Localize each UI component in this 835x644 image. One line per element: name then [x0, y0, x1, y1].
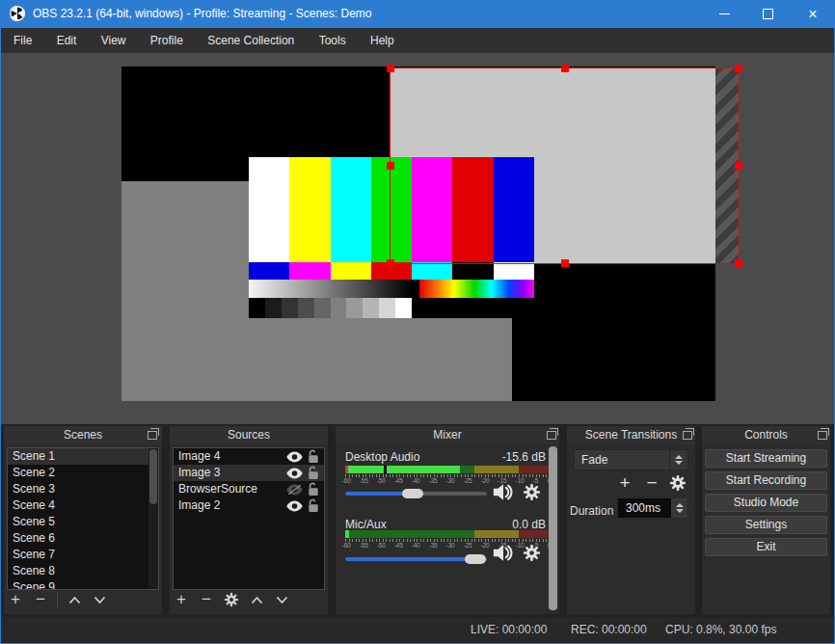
sources-panel-header[interactable]: Sources [170, 426, 328, 444]
lock-open-icon[interactable] [308, 449, 319, 464]
selection-handle-bottom-mid[interactable] [561, 259, 569, 267]
minimize-button[interactable] [703, 0, 746, 28]
start-recording-button[interactable]: Start Recording [705, 471, 827, 490]
source-down-button[interactable] [273, 596, 290, 604]
spinbox-arrows[interactable] [671, 498, 687, 518]
lock-open-icon[interactable] [308, 482, 319, 496]
visibility-eye-icon[interactable] [286, 468, 303, 479]
maximize-button[interactable] [746, 0, 790, 28]
scene-list-item[interactable]: Scene 5 [8, 514, 158, 530]
studio-mode-button[interactable]: Studio Mode [705, 494, 827, 512]
scene-list-item[interactable]: Scene 3 [8, 481, 158, 497]
selection-handle-bottom-left[interactable] [387, 259, 394, 267]
lock-open-icon[interactable] [308, 498, 319, 513]
transition-selected-value: Fade [581, 453, 607, 467]
speaker-icon[interactable] [492, 544, 515, 566]
scenes-float-icon[interactable] [148, 431, 157, 440]
scenes-panel-header[interactable]: Scenes [4, 426, 162, 444]
speaker-icon[interactable] [492, 483, 515, 505]
volume-slider[interactable] [345, 492, 487, 496]
selection-handle-top-mid[interactable] [561, 65, 569, 72]
start-streaming-button[interactable]: Start Streaming [705, 449, 827, 468]
source-properties-gear-icon[interactable] [223, 592, 240, 607]
sources-list[interactable]: Image 4 Image 3 BrowserSource [173, 447, 325, 590]
obs-logo-icon [10, 6, 25, 21]
scene-down-button[interactable] [91, 596, 108, 604]
remove-scene-button[interactable]: − [32, 590, 49, 609]
scenes-scrollbar-handle[interactable] [149, 449, 157, 504]
rec-time: REC: 00:00:00 [571, 617, 647, 644]
mixer-gear-icon[interactable] [523, 483, 541, 505]
volume-slider-handle[interactable] [465, 554, 486, 564]
selection-handle-mid-right[interactable] [735, 162, 742, 170]
visibility-eye-icon[interactable] [286, 500, 303, 512]
cpu-fps-stats: CPU: 0.8%, 30.00 fps [665, 617, 776, 644]
sources-toolbar: + − [173, 589, 290, 610]
mixer-gear-icon[interactable] [523, 544, 541, 566]
menu-item-file[interactable]: File [3, 28, 42, 53]
scenes-list[interactable]: Scene 1 Scene 2 Scene 3 Scene 4 Scene 5 … [7, 447, 159, 590]
transition-properties-gear-icon[interactable] [669, 474, 687, 492]
close-button[interactable]: × [791, 0, 835, 28]
exit-button[interactable]: Exit [705, 538, 827, 556]
visibility-eye-icon[interactable] [286, 451, 303, 463]
scenes-toolbar: + − [7, 589, 108, 610]
menu-item-view[interactable]: View [91, 28, 137, 53]
controls-panel-header[interactable]: Controls [702, 426, 830, 444]
scene-transitions-panel: Scene Transitions Fade + − Duration 300m… [567, 426, 695, 614]
scene-list-item[interactable]: Scene 6 [8, 530, 158, 547]
selection-box[interactable] [390, 67, 740, 264]
window-border-left [0, 0, 1, 644]
close-icon: × [808, 7, 817, 22]
remove-source-button[interactable]: − [198, 590, 215, 609]
add-transition-button[interactable]: + [615, 472, 634, 494]
source-list-item[interactable]: BrowserSource [174, 481, 324, 497]
mixer-scrollbar-handle[interactable] [549, 446, 557, 610]
menu-item-scene-collection[interactable]: Scene Collection [197, 28, 305, 53]
scene-list-item[interactable]: Scene 1 [8, 448, 158, 465]
duration-spinbox[interactable]: 300ms [617, 497, 688, 519]
selection-handle-mid-left[interactable] [387, 162, 394, 170]
mixer-scrollbar[interactable] [549, 446, 557, 610]
controls-float-icon[interactable] [818, 431, 827, 440]
menu-item-help[interactable]: Help [360, 28, 405, 53]
scene-up-button[interactable] [66, 596, 83, 604]
sources-panel: Sources Image 4 Image 3 BrowserSource [170, 426, 328, 614]
visibility-eye-hidden-icon[interactable] [286, 484, 303, 496]
settings-button[interactable]: Settings [705, 516, 827, 534]
scene-list-item[interactable]: Scene 8 [8, 563, 158, 579]
source-up-button[interactable] [248, 596, 265, 604]
meter-tick-labels: -60-55-50-45-40-35-30-25-20-15-10-50 [342, 542, 551, 549]
source-list-item[interactable]: Image 2 [174, 497, 324, 514]
menu-item-tools[interactable]: Tools [309, 28, 357, 53]
mixer-panel-header[interactable]: Mixer [336, 426, 559, 444]
volume-slider[interactable] [345, 557, 487, 561]
mixer-float-icon[interactable] [547, 431, 556, 440]
mixer-channel-db-value: 0.0 dB [512, 518, 546, 531]
selection-handle-top-left[interactable] [387, 65, 394, 72]
transitions-panel-header[interactable]: Scene Transitions [567, 426, 695, 444]
scene-list-item[interactable]: Scene 2 [8, 465, 158, 481]
add-scene-button[interactable]: + [7, 590, 24, 609]
source-list-item[interactable]: Image 4 [174, 448, 324, 465]
combo-chevrons-icon[interactable] [669, 450, 687, 470]
menu-item-edit[interactable]: Edit [46, 28, 88, 53]
transitions-float-icon[interactable] [683, 431, 692, 440]
add-source-button[interactable]: + [173, 590, 190, 609]
selection-handle-top-right[interactable] [735, 65, 742, 72]
preview-area[interactable] [0, 53, 835, 424]
lock-open-icon[interactable] [308, 466, 319, 480]
title-bar[interactable]: OBS 23.2.1 (64-bit, windows) - Profile: … [0, 0, 835, 28]
scene-list-item[interactable]: Scene 7 [8, 547, 158, 563]
maximize-icon [763, 9, 773, 19]
scenes-scrollbar[interactable] [148, 448, 158, 589]
transition-select[interactable]: Fade [574, 449, 688, 470]
source-list-item[interactable]: Image 3 [174, 465, 324, 481]
menu-item-profile[interactable]: Profile [140, 28, 194, 53]
volume-slider-handle[interactable] [402, 489, 423, 498]
selection-handle-bottom-right[interactable] [735, 259, 742, 267]
scene-list-item[interactable]: Scene 4 [8, 497, 158, 514]
status-bar: LIVE: 00:00:00 REC: 00:00:00 CPU: 0.8%, … [0, 617, 835, 644]
controls-panel: Controls Start Streaming Start Recording… [702, 426, 830, 614]
remove-transition-button[interactable]: − [642, 472, 661, 494]
